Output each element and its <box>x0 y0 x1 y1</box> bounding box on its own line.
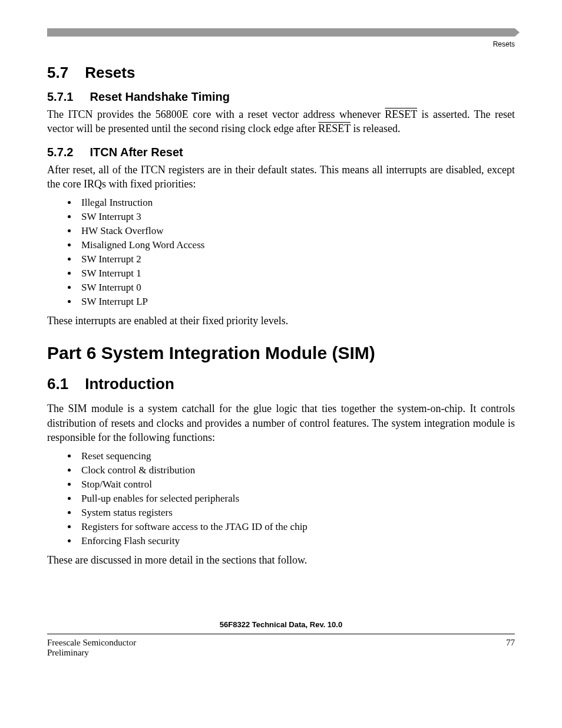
paragraph: The ITCN provides the 56800E core with a… <box>47 107 515 136</box>
footer-doc-title: 56F8322 Technical Data, Rev. 10.0 <box>47 620 515 629</box>
heading-5-7-2: 5.7.2ITCN After Reset <box>47 146 515 159</box>
footer-status: Preliminary <box>47 648 136 658</box>
heading-number: 6.1 <box>47 375 68 393</box>
heading-5-7: 5.7Resets <box>47 64 515 82</box>
list-item: Clock control & distribution <box>78 465 515 476</box>
list-item: Misaligned Long Word Access <box>78 239 515 251</box>
list-item: System status registers <box>78 507 515 519</box>
list-item: SW Interrupt 3 <box>78 211 515 223</box>
text: is released. <box>351 123 400 134</box>
footer-company: Freescale Semiconductor <box>47 638 136 648</box>
list-item: Reset sequencing <box>78 450 515 462</box>
list-item: Enforcing Flash security <box>78 535 515 547</box>
page-footer: 56F8322 Technical Data, Rev. 10.0 Freesc… <box>47 620 515 658</box>
heading-title: ITCN After Reset <box>90 146 183 159</box>
header-rule <box>47 28 515 37</box>
paragraph: These interrupts are enabled at their fi… <box>47 314 515 328</box>
list-item: Stop/Wait control <box>78 479 515 490</box>
signal-reset: RESET <box>385 108 417 120</box>
heading-title: Introduction <box>85 375 174 393</box>
list-item: HW Stack Overflow <box>78 225 515 237</box>
heading-5-7-1: 5.7.1Reset Handshake Timing <box>47 90 515 104</box>
paragraph: After reset, all of the ITCN registers a… <box>47 163 515 192</box>
function-list: Reset sequencing Clock control & distrib… <box>78 450 515 547</box>
page-number: 77 <box>506 638 515 658</box>
list-item: Pull-up enables for selected peripherals <box>78 493 515 505</box>
list-item: SW Interrupt LP <box>78 296 515 308</box>
list-item: SW Interrupt 0 <box>78 282 515 294</box>
heading-title: Resets <box>85 64 135 81</box>
paragraph: The SIM module is a system catchall for … <box>47 401 515 444</box>
list-item: SW Interrupt 1 <box>78 268 515 279</box>
heading-number: 5.7.1 <box>47 90 73 103</box>
list-item: SW Interrupt 2 <box>78 253 515 265</box>
signal-reset: RESET <box>318 123 351 134</box>
list-item: Registers for software access to the JTA… <box>78 521 515 533</box>
running-header: Resets <box>47 40 515 48</box>
heading-title: Reset Handshake Timing <box>90 90 229 103</box>
heading-number: 5.7 <box>47 64 68 81</box>
heading-6-1: 6.1Introduction <box>47 375 515 393</box>
footer-rule <box>47 634 515 634</box>
text: The ITCN provides the 56800E core with a… <box>47 108 385 120</box>
list-item: Illegal Instruction <box>78 197 515 209</box>
irq-list: Illegal Instruction SW Interrupt 3 HW St… <box>78 197 515 308</box>
paragraph: These are discussed in more detail in th… <box>47 553 515 567</box>
heading-part-6: Part 6 System Integration Module (SIM) <box>47 343 515 363</box>
heading-number: 5.7.2 <box>47 146 73 159</box>
